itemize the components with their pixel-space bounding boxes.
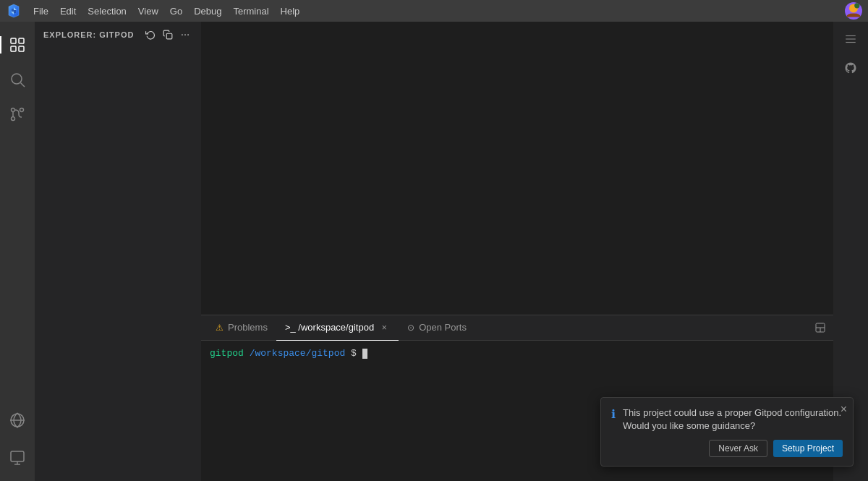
sidebar-title: EXPLORER: GITPOD bbox=[43, 30, 134, 39]
svg-point-16 bbox=[184, 34, 186, 35]
svg-point-8 bbox=[12, 108, 15, 112]
tab-ports[interactable]: ⊙ Open Ports bbox=[399, 315, 475, 341]
sidebar-header: EXPLORER: GITPOD bbox=[35, 22, 201, 47]
svg-rect-14 bbox=[166, 33, 172, 39]
tab-terminal[interactable]: >_ /workspace/gitpod × bbox=[276, 315, 399, 341]
svg-point-1 bbox=[854, 3, 859, 8]
terminal-tab-close[interactable]: × bbox=[378, 322, 390, 333]
svg-point-10 bbox=[20, 108, 24, 112]
setup-project-button[interactable]: Setup Project bbox=[773, 440, 843, 457]
terminal-prompt-symbol: $ bbox=[351, 348, 357, 359]
right-icon-github[interactable] bbox=[839, 56, 862, 80]
editor-content bbox=[201, 22, 833, 315]
sidebar-header-actions bbox=[143, 27, 192, 42]
svg-rect-3 bbox=[19, 38, 24, 43]
menu-items: File Edit Selection View Go Debug Termin… bbox=[27, 3, 305, 20]
menu-view[interactable]: View bbox=[132, 3, 164, 20]
tab-ports-label: Open Ports bbox=[419, 322, 467, 333]
notification-text: This project could use a proper Gitpod c… bbox=[623, 406, 843, 433]
panel-layout-button[interactable] bbox=[813, 320, 827, 335]
terminal-path: /workspace/gitpod bbox=[250, 348, 346, 359]
sidebar-content bbox=[35, 47, 201, 481]
app-icon bbox=[6, 3, 22, 19]
menu-edit[interactable]: Edit bbox=[54, 3, 82, 20]
svg-rect-4 bbox=[11, 46, 16, 51]
refresh-button[interactable] bbox=[143, 27, 158, 42]
menubar: File Edit Selection View Go Debug Termin… bbox=[0, 0, 868, 22]
terminal-tab-label: >_ /workspace/gitpod bbox=[285, 322, 374, 333]
activity-explorer[interactable] bbox=[0, 27, 35, 62]
menu-debug[interactable]: Debug bbox=[188, 3, 227, 20]
tab-problems-label: Problems bbox=[228, 322, 268, 333]
notification-body: ℹ This project could use a proper Gitpod… bbox=[611, 406, 843, 433]
svg-rect-5 bbox=[19, 46, 24, 51]
svg-rect-13 bbox=[11, 451, 24, 461]
more-button[interactable] bbox=[178, 27, 192, 42]
notification: × ℹ This project could use a proper Gitp… bbox=[600, 397, 854, 467]
problems-icon: ⚠ bbox=[216, 323, 224, 333]
menu-go[interactable]: Go bbox=[164, 3, 188, 20]
sidebar: EXPLORER: GITPOD bbox=[35, 22, 201, 481]
activity-search[interactable] bbox=[0, 62, 35, 97]
terminal-cursor bbox=[362, 349, 367, 359]
menu-help[interactable]: Help bbox=[275, 3, 306, 20]
activity-remote[interactable] bbox=[0, 440, 35, 475]
terminal-line: gitpod /workspace/gitpod $ bbox=[210, 346, 825, 361]
svg-point-6 bbox=[12, 74, 22, 84]
menu-terminal[interactable]: Terminal bbox=[227, 3, 274, 20]
svg-point-9 bbox=[12, 117, 15, 121]
svg-point-17 bbox=[187, 34, 189, 35]
copy-button[interactable] bbox=[161, 27, 175, 42]
notification-actions: Never Ask Setup Project bbox=[611, 440, 843, 457]
menu-selection[interactable]: Selection bbox=[82, 3, 132, 20]
panel-tabs: ⚠ Problems >_ /workspace/gitpod × ⊙ Open… bbox=[201, 315, 833, 341]
notification-close[interactable]: × bbox=[841, 404, 847, 415]
menu-file[interactable]: File bbox=[27, 3, 54, 20]
tab-problems[interactable]: ⚠ Problems bbox=[207, 315, 276, 341]
terminal-user: gitpod bbox=[210, 348, 244, 359]
ports-icon: ⊙ bbox=[407, 323, 414, 333]
svg-rect-2 bbox=[11, 38, 16, 43]
activity-source-control[interactable] bbox=[0, 97, 35, 132]
svg-point-15 bbox=[182, 34, 183, 35]
never-ask-button[interactable]: Never Ask bbox=[709, 440, 767, 457]
activity-extensions[interactable] bbox=[0, 403, 35, 438]
notification-info-icon: ℹ bbox=[611, 407, 616, 421]
right-icon-list[interactable] bbox=[839, 27, 862, 51]
activity-bar bbox=[0, 22, 35, 481]
profile-avatar[interactable] bbox=[845, 2, 862, 20]
svg-line-7 bbox=[21, 83, 25, 88]
